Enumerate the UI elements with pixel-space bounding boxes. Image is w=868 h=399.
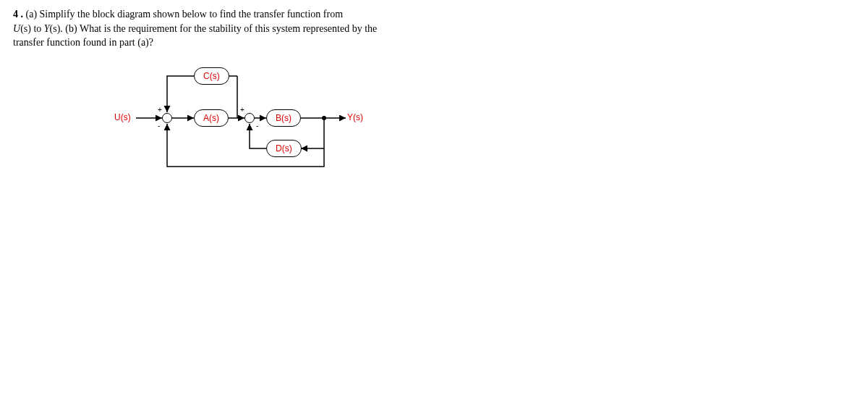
question-number: 4 . (13, 9, 23, 20)
summing-junction-2 (244, 113, 255, 123)
y-symbol: Y (44, 23, 50, 34)
sum1-sign-plus-top: + (158, 106, 162, 114)
summing-junction-1 (162, 113, 172, 123)
sum2-sign-minus-bottom: - (256, 122, 258, 130)
input-label: U(s) (114, 112, 131, 122)
u-symbol: U (13, 23, 20, 34)
block-B-label: B(s) (276, 113, 292, 123)
sum1-sign-minus-bottom: - (158, 122, 160, 130)
block-diagram: U(s) Y(s) + - + - A(s) B(s) C(s) D(s) (114, 62, 461, 177)
block-A: A(s) (194, 109, 229, 127)
block-D-label: D(s) (276, 143, 292, 154)
block-C: C(s) (194, 67, 229, 85)
question-text: 4 . (a) Simplify the block diagram shown… (13, 7, 855, 50)
sum2-sign-plus-top: + (240, 106, 244, 114)
block-A-label: A(s) (203, 113, 219, 123)
output-label: Y(s) (347, 112, 363, 122)
question-part-a: (a) Simplify the block diagram shown bel… (26, 9, 344, 20)
line3: transfer function found in part (a)? (13, 37, 153, 48)
block-D: D(s) (266, 140, 302, 157)
line2-mid: (s) to (20, 23, 44, 34)
block-C-label: C(s) (203, 71, 220, 81)
block-B: B(s) (266, 109, 301, 127)
line2-after: (s). (b) What is the requirement for the… (50, 23, 378, 34)
pickoff-node (322, 116, 326, 120)
